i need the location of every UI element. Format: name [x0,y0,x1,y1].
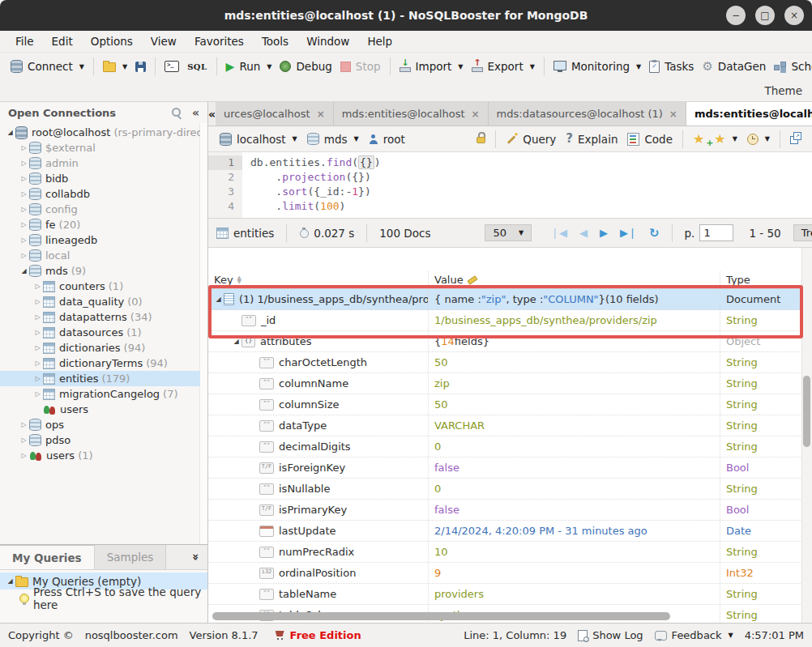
shell-button[interactable] [160,59,183,74]
table-row-columnsize[interactable]: ""columnSize50String [208,394,802,415]
collapsed-arrow-icon[interactable]: ▷ [19,190,29,198]
tab-my-queries[interactable]: My Queries [0,545,95,569]
close-tab-icon[interactable]: × [669,109,677,120]
debug-button[interactable]: Debug [276,58,335,74]
tree-item-migrationcangelog[interactable]: ▷migrationCangelog(7) [0,386,200,402]
tree-item-datasources[interactable]: ▷datasources(1) [0,325,200,340]
page-number-input[interactable] [699,224,733,241]
expanded-arrow-icon[interactable]: ◢ [213,296,224,303]
tree-item-local[interactable]: ▷local [0,248,200,263]
menu-favorites[interactable]: Favorites [186,33,253,49]
table-row-id[interactable]: ""_id1/business_apps_db/synthea/provider… [208,310,802,331]
feedback-button[interactable]: Feedback ▼ [655,629,733,641]
table-row-lastupdate[interactable]: lastUpdate2/14/2024, 4:20:09 PM - 31 min… [208,521,802,542]
view-mode-select[interactable]: Tree ▼ [793,224,812,241]
add-favorite-button[interactable]: ★+ [688,133,709,146]
database-select[interactable]: mds ▼ [302,133,364,146]
menu-window[interactable]: Window [297,33,358,49]
tree-item-data-quality[interactable]: ▷data_quality(0) [0,294,200,309]
collapsed-arrow-icon[interactable]: ▷ [19,252,29,259]
favorites-button[interactable]: ★ ▼ [709,133,742,146]
tree-item-admin[interactable]: ▷admin [0,155,200,171]
first-page-icon[interactable]: ❘◀ [550,227,567,239]
tree-item-mds[interactable]: ◢mds(9) [0,263,200,279]
scroll-tabs-left-icon[interactable]: « [208,102,216,126]
tab-urces-localhost[interactable]: urces@localhost× [216,102,334,126]
code-line[interactable]: .projection({}) [250,170,812,185]
search-icon[interactable] [172,108,182,118]
query-builder-button[interactable]: Query [501,133,561,146]
chevron-down-icon[interactable]: ▼ [733,135,737,143]
table-row-columnname[interactable]: ""columnNamezipString [208,373,802,394]
last-page-icon[interactable]: ▶❘ [620,227,637,239]
collapsed-arrow-icon[interactable]: ▷ [19,236,29,244]
explain-button[interactable]: ? Explain [561,133,622,146]
horizontal-scrollbar[interactable] [212,612,670,620]
next-page-icon[interactable]: ▶ [600,227,608,239]
collapsed-arrow-icon[interactable]: ▷ [19,221,29,228]
export-button[interactable]: ↑ Export ▼ [468,58,539,74]
upgrade-button[interactable]: Free Edition [275,629,361,641]
chevron-down-icon[interactable]: ▼ [293,135,297,143]
table-row-attributes[interactable]: ◢{}attributes{14 fields}Object [208,331,802,352]
tree-item-bidb[interactable]: ▷bidb [0,171,200,186]
query-editor[interactable]: 1234 db.entities.find({}) .projection({}… [208,152,812,219]
table-row-isnullable[interactable]: ""isNullable0String [208,479,802,500]
tab-mds-entities-localhost[interactable]: mds:entities@localhost× [334,102,489,126]
minimize-button[interactable]: − [726,6,746,25]
refresh-icon[interactable]: ↻ [649,226,660,240]
menu-help[interactable]: Help [358,33,401,49]
show-log-button[interactable]: Show Log [578,629,643,641]
collapsed-arrow-icon[interactable]: ▷ [19,452,29,459]
collapsed-arrow-icon[interactable]: ▷ [32,329,43,336]
import-button[interactable]: ↓ Import ▼ [395,58,468,74]
open-file-button[interactable]: ▼ [99,59,131,74]
key-column-header[interactable]: Key ▲▼ [208,271,429,288]
chevron-down-icon[interactable]: ▼ [636,63,641,70]
code-button[interactable]: Code [622,133,677,146]
save-button[interactable] [131,60,150,74]
collapsed-arrow-icon[interactable]: ▷ [19,144,29,151]
tree-item-counters[interactable]: ▷counters(1) [0,279,200,294]
collapsed-arrow-icon[interactable]: ▷ [19,206,29,213]
sql-button[interactable]: SQL [183,61,211,73]
site-link[interactable]: nosqlbooster.com [85,629,178,641]
code-line[interactable]: .sort({_id:-1}) [250,185,812,199]
tree-item-config[interactable]: ▷config [0,202,200,217]
tree-item-root-localhost[interactable]: ◢root@localhost(rs-primary-direct) [0,125,200,140]
chevron-down-icon[interactable]: ▼ [530,63,535,70]
menu-tools[interactable]: Tools [253,33,297,49]
chevron-down-icon[interactable]: ▼ [79,63,84,70]
collapse-sidebar-icon[interactable]: « [192,106,199,119]
tree-item-ops[interactable]: ▷ops [0,417,200,432]
table-row-decimaldigits[interactable]: ""decimalDigits0String [208,436,802,458]
collapsed-arrow-icon[interactable]: ▷ [19,160,29,167]
expanded-arrow-icon[interactable]: ◢ [231,338,241,345]
menu-view[interactable]: View [142,33,186,49]
table-row-isprimarykey[interactable]: T/FisPrimaryKeyfalseBool [208,500,802,521]
table-row-ordinalposition[interactable]: i32ordinalPosition9Int32 [208,563,802,584]
tree-item-pdso[interactable]: ▷pdso [0,432,200,448]
collapsed-arrow-icon[interactable]: ▷ [32,390,43,398]
connection-select[interactable]: localhost ▼ [215,133,302,146]
tab-mds-entities-localhost-1[interactable]: mds:entities@localhost (1)× [686,102,812,126]
table-row-1-1-business-apps-db-synthea-providers-z[interactable]: ◢(1) 1/business_apps_db/synthea/provider… [208,289,802,310]
code-line[interactable]: db.entities.find({}) [250,155,812,170]
tree-item-users[interactable]: ▷users(1) [0,448,200,463]
tree-item-collabdb[interactable]: ▷collabdb [0,186,200,202]
monitoring-button[interactable]: Monitoring ▼ [549,58,645,74]
tree-item-users[interactable]: users [0,402,200,417]
chevron-down-icon[interactable]: ▼ [354,135,359,143]
history-button[interactable]: ▼ [742,134,775,145]
tree-item-dictionaryterms[interactable]: ▷dictionaryTerms(94) [0,355,200,371]
chevron-down-icon[interactable]: ▼ [765,135,770,143]
collapse-panel-icon[interactable]: » [189,553,202,560]
tree-item-lineagedb[interactable]: ▷lineagedb [0,232,200,248]
collapsed-arrow-icon[interactable]: ▷ [32,298,43,305]
tab-samples[interactable]: Samples [95,545,167,569]
schema-button[interactable]: Schema ▼ [770,58,812,74]
datagen-button[interactable]: ⚙ DataGen [698,58,770,74]
expanded-arrow-icon[interactable]: ◢ [5,129,15,136]
tree-item-fe[interactable]: ▷fe(20) [0,217,200,232]
menu-edit[interactable]: Edit [43,33,82,49]
